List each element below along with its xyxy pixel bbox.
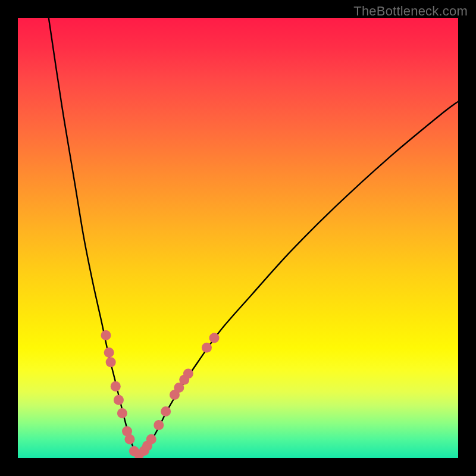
highlight-dot: [124, 434, 134, 444]
highlight-dot: [161, 406, 171, 416]
highlight-dot: [117, 408, 127, 418]
highlight-dot: [209, 333, 220, 343]
highlight-dot: [114, 395, 124, 405]
plot-area: [18, 18, 458, 458]
chart-frame: TheBottleneck.com: [0, 0, 476, 476]
watermark-text: TheBottleneck.com: [353, 4, 468, 19]
highlight-dot: [101, 330, 111, 340]
highlight-dot: [111, 381, 121, 392]
highlight-dot: [146, 434, 156, 444]
highlight-dot: [183, 368, 193, 378]
curve-layer: [18, 18, 458, 458]
highlight-dot: [202, 343, 212, 353]
highlight-dot: [104, 347, 114, 358]
highlight-dot: [106, 357, 116, 367]
bottleneck-curve-path: [49, 18, 458, 454]
highlight-dot: [154, 420, 164, 430]
bottleneck-curve: [49, 18, 458, 454]
